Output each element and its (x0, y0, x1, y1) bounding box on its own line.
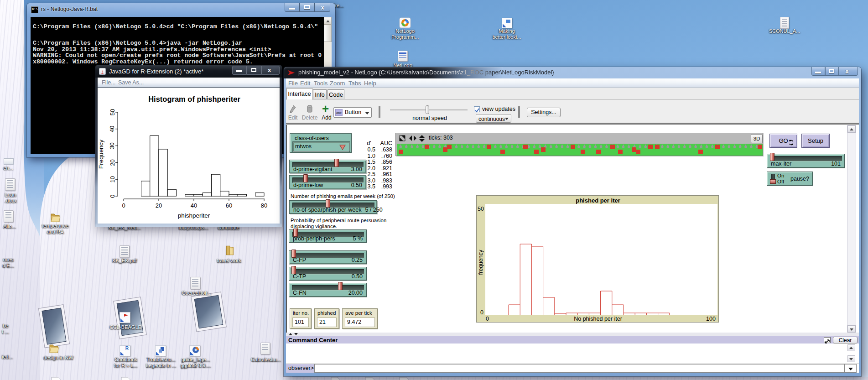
svg-text:Frequency: Frequency (98, 140, 104, 169)
svg-text:10: 10 (109, 176, 116, 182)
svg-text:30: 30 (109, 142, 115, 149)
svg-text:40: 40 (109, 126, 115, 132)
svg-text:20: 20 (109, 159, 116, 166)
svg-text:50: 50 (109, 109, 116, 115)
svg-text:60: 60 (226, 202, 232, 209)
svg-text:0: 0 (122, 202, 125, 209)
svg-text:40: 40 (191, 202, 197, 209)
svg-text:80: 80 (261, 202, 267, 209)
svg-text:Histogram of phishperiter: Histogram of phishperiter (148, 95, 240, 103)
svg-text:0: 0 (109, 194, 116, 198)
svg-text:phishperiter: phishperiter (178, 212, 210, 219)
svg-text:20: 20 (156, 202, 162, 209)
